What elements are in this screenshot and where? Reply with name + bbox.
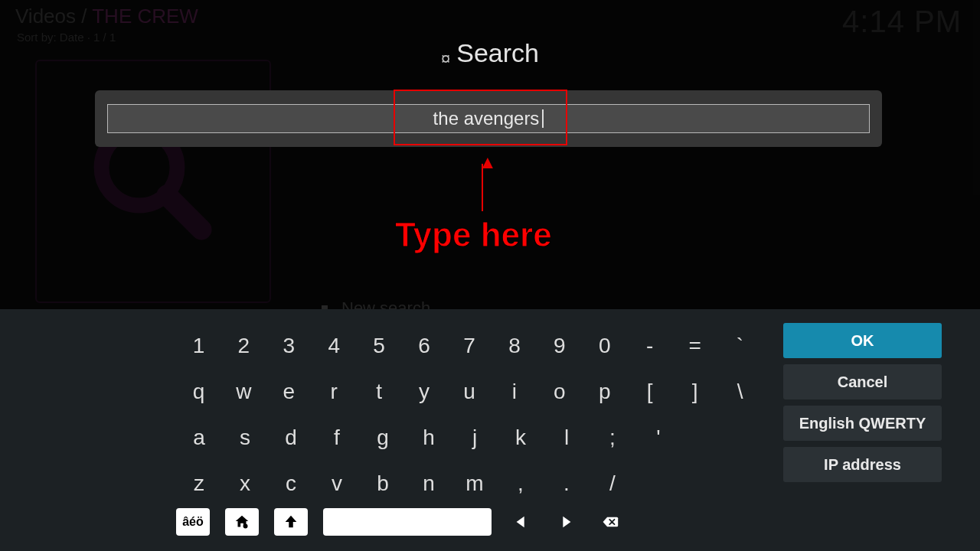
key-u[interactable]: u — [447, 369, 492, 415]
key-/[interactable]: / — [590, 461, 635, 507]
key-8[interactable]: 8 — [492, 323, 537, 369]
space-key[interactable] — [323, 508, 492, 536]
search-input-value: the avengers — [433, 108, 540, 129]
key-0[interactable]: 0 — [582, 323, 627, 369]
layout-button[interactable]: English QWERTY — [783, 406, 942, 441]
keyboard-row-3: asdfghjkl;' — [176, 415, 763, 461]
key-x[interactable]: x — [222, 461, 268, 507]
key-n[interactable]: n — [406, 461, 452, 507]
key-p[interactable]: p — [582, 369, 627, 415]
key-r[interactable]: r — [312, 369, 357, 415]
key-m[interactable]: m — [452, 461, 498, 507]
key-q[interactable]: q — [176, 369, 221, 415]
cursor-right-key[interactable] — [551, 508, 580, 536]
key-`[interactable]: ` — [717, 323, 763, 369]
search-input-container: the avengers — [95, 90, 882, 147]
key-k[interactable]: k — [498, 415, 544, 461]
key-v[interactable]: v — [314, 461, 360, 507]
keyboard-side-buttons: OK Cancel English QWERTY IP address — [783, 323, 942, 482]
ok-button[interactable]: OK — [783, 323, 942, 358]
backspace-key[interactable] — [596, 508, 625, 536]
arrow-right-icon — [557, 514, 574, 530]
keyboard-icon: ¤ — [441, 49, 450, 68]
search-input[interactable]: the avengers — [107, 104, 870, 133]
key-\[interactable]: \ — [717, 369, 763, 415]
key-a[interactable]: a — [176, 415, 222, 461]
key-h[interactable]: h — [406, 415, 452, 461]
key-t[interactable]: t — [357, 369, 402, 415]
key-5[interactable]: 5 — [357, 323, 402, 369]
home-shift-key[interactable] — [225, 508, 259, 536]
key-.[interactable]: . — [544, 461, 590, 507]
key-c[interactable]: c — [268, 461, 314, 507]
key-l[interactable]: l — [544, 415, 590, 461]
key-y[interactable]: y — [402, 369, 447, 415]
key-3[interactable]: 3 — [266, 323, 312, 369]
keyboard-row-4: zxcvbnm,./ — [176, 461, 763, 507]
key-;[interactable]: ; — [590, 415, 635, 461]
onscreen-keyboard: 1234567890-=` qwertyuiop[]\ asdfghjkl;' … — [0, 309, 980, 551]
key--[interactable]: - — [627, 323, 672, 369]
key-9[interactable]: 9 — [537, 323, 582, 369]
key-2[interactable]: 2 — [221, 323, 266, 369]
key-j[interactable]: j — [452, 415, 498, 461]
accents-key[interactable]: âéö — [176, 508, 210, 536]
keyboard-fn-row: âéö — [176, 508, 625, 536]
shift-icon — [283, 514, 299, 530]
keyboard-row-2: qwertyuiop[]\ — [176, 369, 763, 415]
key-s[interactable]: s — [222, 415, 268, 461]
key-][interactable]: ] — [672, 369, 717, 415]
svg-point-2 — [243, 524, 248, 529]
keyboard-rows: 1234567890-=` qwertyuiop[]\ asdfghjkl;' … — [176, 323, 763, 507]
key-f[interactable]: f — [314, 415, 360, 461]
key-7[interactable]: 7 — [447, 323, 492, 369]
cursor-left-key[interactable] — [507, 508, 536, 536]
key-w[interactable]: w — [221, 369, 266, 415]
key-1[interactable]: 1 — [176, 323, 221, 369]
key-6[interactable]: 6 — [402, 323, 447, 369]
key-,[interactable]: , — [498, 461, 544, 507]
text-caret-icon — [542, 109, 544, 128]
keyboard-row-1: 1234567890-=` — [176, 323, 763, 369]
key-o[interactable]: o — [537, 369, 582, 415]
backspace-icon — [602, 514, 619, 530]
key-i[interactable]: i — [492, 369, 537, 415]
key-g[interactable]: g — [360, 415, 406, 461]
shift-key[interactable] — [274, 508, 308, 536]
key-'[interactable]: ' — [635, 415, 681, 461]
key-d[interactable]: d — [268, 415, 314, 461]
dialog-title: ¤Search — [0, 38, 980, 69]
home-lock-icon — [234, 514, 250, 530]
key-z[interactable]: z — [176, 461, 222, 507]
dialog-title-text: Search — [456, 38, 539, 67]
key-=[interactable]: = — [672, 323, 717, 369]
cancel-button[interactable]: Cancel — [783, 364, 942, 399]
ip-address-button[interactable]: IP address — [783, 447, 942, 482]
arrow-left-icon — [513, 514, 530, 530]
key-e[interactable]: e — [266, 369, 312, 415]
key-4[interactable]: 4 — [312, 323, 357, 369]
key-[[interactable]: [ — [627, 369, 672, 415]
key-b[interactable]: b — [360, 461, 406, 507]
